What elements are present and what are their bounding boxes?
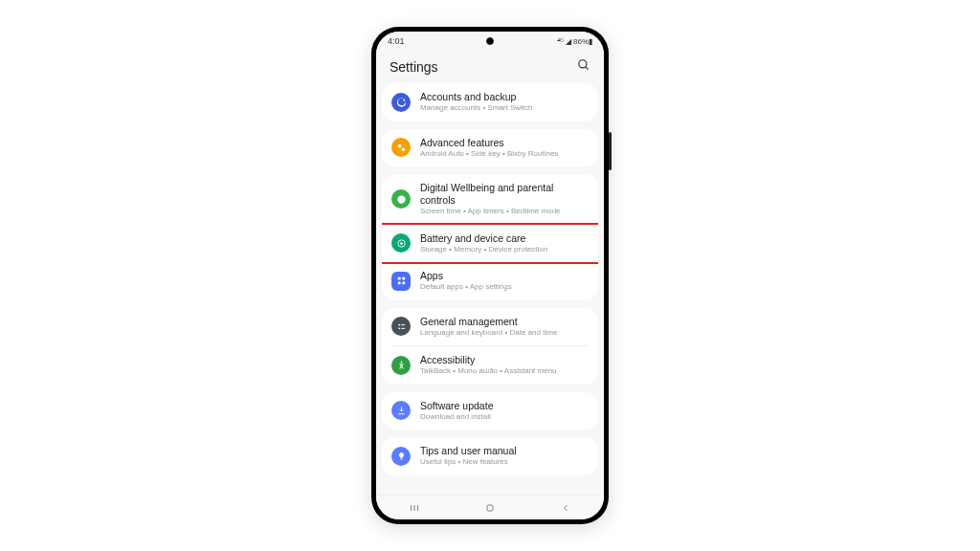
item-title: Tips and user manual bbox=[420, 445, 589, 457]
item-text: AppsDefault apps • App settings bbox=[420, 270, 589, 293]
care-icon bbox=[391, 233, 411, 253]
advanced-icon bbox=[391, 138, 411, 157]
svg-rect-8 bbox=[402, 277, 405, 280]
nav-home[interactable] bbox=[476, 502, 504, 514]
item-text: Accounts and backupManage accounts • Sma… bbox=[420, 91, 589, 114]
item-desc: Android Auto • Side key • Bixby Routines bbox=[420, 149, 589, 159]
settings-item-accounts[interactable]: Accounts and backupManage accounts • Sma… bbox=[382, 83, 598, 121]
item-desc: Storage • Memory • Device protection bbox=[420, 245, 589, 254]
svg-rect-10 bbox=[402, 282, 405, 285]
general-icon bbox=[391, 317, 411, 336]
phone-frame: 4:01 ⁴ᴳ ◢ 86%▮ Settings Accounts and bac… bbox=[371, 27, 609, 524]
update-icon bbox=[391, 401, 411, 420]
apps-icon bbox=[391, 272, 411, 291]
item-title: Advanced features bbox=[420, 137, 589, 149]
item-title: Battery and device care bbox=[420, 232, 589, 245]
item-desc: Screen time • App timers • Bedtime mode bbox=[420, 207, 589, 216]
status-signal: ⁴ᴳ ◢ 86%▮ bbox=[557, 37, 592, 46]
svg-rect-7 bbox=[397, 277, 400, 280]
settings-list[interactable]: Accounts and backupManage accounts • Sma… bbox=[376, 83, 604, 495]
item-desc: Language and keyboard • Date and time bbox=[420, 328, 589, 338]
item-desc: Useful tips • New features bbox=[420, 457, 589, 467]
svg-point-4 bbox=[397, 195, 405, 203]
nav-recents[interactable] bbox=[400, 502, 429, 514]
item-title: Apps bbox=[420, 270, 589, 282]
svg-point-3 bbox=[401, 147, 405, 151]
svg-point-11 bbox=[398, 324, 400, 326]
settings-item-wellbeing[interactable]: Digital Wellbeing and parental controlsS… bbox=[382, 174, 598, 225]
settings-group: Software updateDownload and install bbox=[382, 392, 598, 430]
nav-back[interactable] bbox=[551, 502, 580, 514]
item-title: Accessibility bbox=[420, 354, 589, 366]
settings-item-apps[interactable]: AppsDefault apps • App settings bbox=[382, 262, 598, 300]
item-desc: Manage accounts • Smart Switch bbox=[420, 103, 589, 113]
header: Settings bbox=[376, 51, 604, 83]
settings-group: Digital Wellbeing and parental controlsS… bbox=[382, 174, 598, 300]
svg-point-6 bbox=[400, 242, 403, 245]
settings-item-tips[interactable]: Tips and user manualUseful tips • New fe… bbox=[382, 437, 598, 475]
settings-group: Tips and user manualUseful tips • New fe… bbox=[382, 437, 598, 475]
svg-rect-14 bbox=[401, 328, 405, 329]
svg-point-2 bbox=[397, 144, 401, 148]
tips-icon bbox=[391, 447, 411, 466]
item-title: Accounts and backup bbox=[420, 91, 589, 103]
search-icon[interactable] bbox=[577, 58, 590, 76]
status-time: 4:01 bbox=[388, 36, 405, 46]
item-title: General management bbox=[420, 316, 589, 328]
accessibility-icon bbox=[391, 356, 411, 375]
svg-rect-9 bbox=[397, 282, 400, 285]
screen: 4:01 ⁴ᴳ ◢ 86%▮ Settings Accounts and bac… bbox=[376, 32, 604, 519]
settings-item-update[interactable]: Software updateDownload and install bbox=[382, 392, 598, 430]
item-desc: Download and install bbox=[420, 412, 589, 422]
item-text: Digital Wellbeing and parental controlsS… bbox=[420, 182, 589, 217]
item-title: Software update bbox=[420, 400, 589, 412]
svg-point-15 bbox=[400, 362, 402, 364]
sync-icon bbox=[391, 93, 411, 112]
settings-group: Accounts and backupManage accounts • Sma… bbox=[382, 83, 598, 121]
status-right: ⁴ᴳ ◢ 86%▮ bbox=[557, 37, 592, 46]
settings-item-advanced[interactable]: Advanced featuresAndroid Auto • Side key… bbox=[382, 129, 598, 167]
item-text: Tips and user manualUseful tips • New fe… bbox=[420, 445, 589, 468]
settings-item-general[interactable]: General managementLanguage and keyboard … bbox=[382, 308, 598, 346]
item-text: Advanced featuresAndroid Auto • Side key… bbox=[420, 137, 589, 160]
settings-item-battery[interactable]: Battery and device careStorage • Memory … bbox=[382, 223, 598, 265]
item-title: Digital Wellbeing and parental controls bbox=[420, 182, 589, 207]
page-title: Settings bbox=[390, 59, 438, 75]
item-text: General managementLanguage and keyboard … bbox=[420, 316, 589, 339]
settings-group: Advanced featuresAndroid Auto • Side key… bbox=[382, 129, 598, 167]
svg-point-13 bbox=[398, 327, 400, 329]
item-text: AccessibilityTalkBack • Mono audio • Ass… bbox=[420, 354, 589, 377]
power-button bbox=[609, 132, 612, 170]
front-camera bbox=[486, 37, 494, 45]
settings-item-accessibility[interactable]: AccessibilityTalkBack • Mono audio • Ass… bbox=[382, 346, 598, 385]
svg-rect-19 bbox=[487, 505, 493, 511]
item-desc: TalkBack • Mono audio • Assistant menu bbox=[420, 366, 589, 376]
svg-line-1 bbox=[586, 67, 589, 70]
svg-point-0 bbox=[579, 60, 587, 68]
item-desc: Default apps • App settings bbox=[420, 282, 589, 292]
nav-bar bbox=[376, 495, 604, 519]
svg-rect-12 bbox=[401, 324, 405, 325]
item-text: Software updateDownload and install bbox=[420, 400, 589, 423]
item-text: Battery and device careStorage • Memory … bbox=[420, 232, 589, 255]
settings-group: General managementLanguage and keyboard … bbox=[382, 308, 598, 385]
wellbeing-icon bbox=[391, 189, 411, 209]
